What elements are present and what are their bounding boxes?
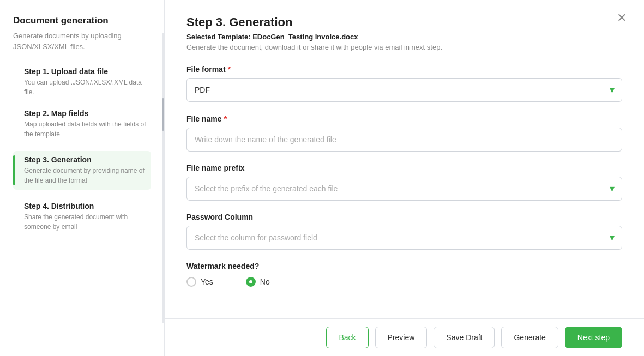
watermark-yes-label: Yes (201, 277, 213, 286)
selected-template: Selected Template: EDocGen_Testing Invoi… (186, 33, 622, 41)
password-column-label: Password Column (186, 213, 622, 221)
file-name-prefix-select[interactable]: Select the prefix of the generated each … (186, 177, 622, 201)
step1-content: Step 1. Upload data file You can upload … (24, 67, 151, 97)
next-step-button[interactable]: Next step (565, 327, 622, 348)
step2-subtitle: Map uploaded data fields with the fields… (24, 119, 151, 139)
watermark-no-radio[interactable] (246, 277, 256, 287)
step3-bar (13, 155, 15, 185)
password-column-select[interactable]: Select the column for password field (186, 226, 622, 250)
password-column-select-wrapper: Select the column for password field ▾ (186, 226, 622, 250)
sidebar: Document generation Generate documents b… (0, 0, 165, 356)
file-name-required: * (224, 114, 227, 123)
watermark-yes-option[interactable]: Yes (186, 277, 213, 287)
file-name-prefix-select-wrapper: Select the prefix of the generated each … (186, 177, 622, 201)
main-content: Step 3. Generation Selected Template: ED… (165, 0, 644, 356)
file-name-group: File name * (186, 114, 622, 152)
template-description: Generate the document, download it or sh… (186, 43, 622, 51)
step1-bar (13, 67, 15, 97)
watermark-no-label: No (260, 277, 270, 286)
file-format-required: * (228, 64, 231, 74)
watermark-label: Watermark needed? (186, 262, 622, 270)
close-button[interactable]: ✕ (617, 12, 627, 24)
file-name-label: File name * (186, 114, 622, 123)
main-header: Step 3. Generation Selected Template: ED… (165, 0, 644, 64)
sidebar-item-step3[interactable]: Step 3. Generation Generate document by … (13, 151, 151, 190)
save-draft-button[interactable]: Save Draft (434, 327, 495, 348)
sidebar-scrollbar[interactable] (162, 33, 164, 323)
step1-title: Step 1. Upload data file (24, 67, 151, 76)
main-title: Step 3. Generation (186, 15, 622, 29)
watermark-radio-group: Yes No (186, 277, 622, 287)
footer: Back Preview Save Draft Generate Next st… (165, 318, 644, 356)
back-button[interactable]: Back (326, 327, 368, 348)
step4-content: Step 4. Distribution Share the generated… (24, 202, 151, 232)
selected-template-label: Selected Template: (186, 33, 252, 41)
step4-bar (13, 202, 15, 232)
file-format-group: File format * PDF DOCX XLSX ▾ (186, 64, 622, 102)
file-name-prefix-label: File name prefix (186, 164, 622, 172)
sidebar-item-step4[interactable]: Step 4. Distribution Share the generated… (13, 202, 151, 232)
file-format-label: File format * (186, 64, 622, 74)
file-format-select-wrapper: PDF DOCX XLSX ▾ (186, 78, 622, 102)
watermark-group: Watermark needed? Yes No (186, 262, 622, 287)
step2-title: Step 2. Map fields (24, 109, 151, 118)
step4-subtitle: Share the generated document with someon… (24, 212, 151, 232)
step2-bar (13, 109, 15, 139)
step1-subtitle: You can upload .JSON/.XLSX/.XML data fil… (24, 77, 151, 97)
step2-content: Step 2. Map fields Map uploaded data fie… (24, 109, 151, 139)
watermark-no-option[interactable]: No (246, 277, 270, 287)
sidebar-title: Document generation (13, 15, 151, 26)
preview-button[interactable]: Preview (375, 327, 428, 348)
file-name-input[interactable] (186, 128, 622, 152)
watermark-yes-radio[interactable] (186, 277, 196, 287)
sidebar-scrollbar-thumb (162, 98, 164, 131)
file-name-prefix-group: File name prefix Select the prefix of th… (186, 164, 622, 201)
form-section: File format * PDF DOCX XLSX ▾ File name … (165, 64, 644, 309)
sidebar-item-step1[interactable]: Step 1. Upload data file You can upload … (13, 67, 151, 97)
step3-title: Step 3. Generation (24, 155, 147, 164)
generate-button[interactable]: Generate (501, 327, 558, 348)
password-column-group: Password Column Select the column for pa… (186, 213, 622, 250)
sidebar-item-step2[interactable]: Step 2. Map fields Map uploaded data fie… (13, 109, 151, 139)
sidebar-description: Generate documents by uploading JSON/XLS… (13, 31, 151, 52)
file-format-select[interactable]: PDF DOCX XLSX (186, 78, 622, 102)
step4-title: Step 4. Distribution (24, 202, 151, 210)
step3-subtitle: Generate document by providing name of t… (24, 166, 147, 185)
selected-template-value: EDocGen_Testing Invoice.docx (252, 33, 358, 41)
step3-content: Step 3. Generation Generate document by … (24, 155, 147, 185)
